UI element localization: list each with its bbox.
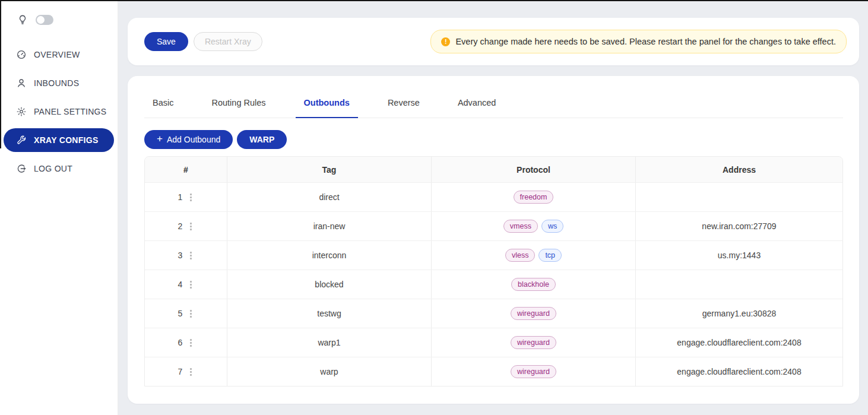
- table-row: 6warp1wireguardengage.cloudflareclient.c…: [145, 328, 842, 357]
- row-number: 6: [178, 338, 183, 347]
- row-number: 3: [178, 251, 183, 260]
- tab-basic[interactable]: Basic: [144, 88, 182, 118]
- outbounds-table: #TagProtocolAddress1directfreedom2iran-n…: [144, 156, 843, 387]
- xray-configs-card: BasicRouting RulesOutboundsReverseAdvanc…: [128, 76, 859, 404]
- dashboard-icon: [16, 49, 27, 60]
- sidebar: OVERVIEWINBOUNDSPANEL SETTINGSXRAY CONFI…: [0, 0, 118, 415]
- table-row: 2iran-newvmesswsnew.iran.com:27709: [145, 211, 842, 240]
- tag-cell: direct: [227, 183, 432, 211]
- address-cell: [636, 270, 842, 299]
- address-cell: new.iran.com:27709: [636, 212, 842, 240]
- table-header-row: #TagProtocolAddress: [145, 157, 842, 182]
- sidebar-item-label: INBOUNDS: [34, 78, 79, 88]
- toolbar-card: Save Restart Xray ! Every change made he…: [128, 18, 859, 65]
- warning-alert: ! Every change made here needs to be sav…: [430, 30, 847, 53]
- restart-xray-button[interactable]: Restart Xray: [194, 32, 262, 51]
- row-number-cell: 5: [145, 299, 227, 328]
- sidebar-item-overview[interactable]: OVERVIEW: [4, 43, 114, 66]
- theme-row: [0, 0, 118, 32]
- protocol-badge: ws: [541, 220, 563, 233]
- sidebar-item-inbounds[interactable]: INBOUNDS: [4, 71, 114, 95]
- warning-alert-text: Every change made here needs to be saved…: [455, 37, 836, 46]
- protocol-cell: wireguard: [432, 357, 636, 386]
- row-number-cell: 1: [145, 183, 227, 211]
- protocol-cell: freedom: [432, 183, 636, 211]
- toggle-knob: [37, 16, 45, 24]
- row-menu-handle-icon[interactable]: [188, 250, 194, 261]
- row-menu-handle-icon[interactable]: [188, 337, 194, 349]
- theme-toggle[interactable]: [36, 15, 53, 25]
- column-header: Tag: [227, 157, 432, 182]
- table-row: 1directfreedom: [145, 182, 842, 211]
- window-top-edge: [0, 0, 868, 1]
- protocol-cell: vmessws: [432, 212, 636, 240]
- sidebar-item-label: LOG OUT: [34, 164, 72, 173]
- table-row: 5testwgwireguardgermany1.eu:30828: [145, 299, 842, 328]
- app-root: OVERVIEWINBOUNDSPANEL SETTINGSXRAY CONFI…: [0, 0, 868, 415]
- row-number-cell: 6: [145, 328, 227, 357]
- tag-cell: testwg: [227, 299, 432, 328]
- row-menu-handle-icon[interactable]: [188, 221, 194, 232]
- column-header: Protocol: [432, 157, 636, 182]
- protocol-badge: wireguard: [511, 307, 556, 320]
- address-cell: [636, 183, 842, 211]
- table-row: 7warpwireguardengage.cloudflareclient.co…: [145, 357, 842, 386]
- protocol-cell: wireguard: [432, 328, 636, 357]
- sidebar-nav: OVERVIEWINBOUNDSPANEL SETTINGSXRAY CONFI…: [0, 32, 118, 180]
- address-cell: engage.cloudflareclient.com:2408: [636, 357, 842, 386]
- tag-cell: interconn: [227, 241, 432, 270]
- row-number: 7: [178, 367, 183, 376]
- protocol-cell: blackhole: [432, 270, 636, 299]
- protocol-badge: vless: [505, 249, 535, 262]
- table-row: 3interconnvlesstcpus.my:1443: [145, 240, 842, 270]
- lightbulb-icon: [17, 14, 28, 25]
- sidebar-item-log-out[interactable]: LOG OUT: [4, 157, 114, 180]
- tab-advanced[interactable]: Advanced: [449, 88, 505, 118]
- row-number: 4: [178, 280, 183, 289]
- exclamation-circle-icon: !: [441, 37, 450, 46]
- row-number-cell: 4: [145, 270, 227, 299]
- outbound-actions: + Add Outbound WARP: [144, 130, 843, 149]
- row-menu-handle-icon[interactable]: [188, 308, 194, 319]
- address-cell: germany1.eu:30828: [636, 299, 842, 328]
- row-number: 2: [178, 221, 183, 231]
- tab-bar: BasicRouting RulesOutboundsReverseAdvanc…: [144, 88, 843, 118]
- sidebar-item-label: PANEL SETTINGS: [34, 107, 106, 116]
- tag-cell: warp1: [227, 328, 432, 357]
- tab-reverse[interactable]: Reverse: [379, 88, 428, 118]
- row-number-cell: 2: [145, 212, 227, 240]
- row-menu-handle-icon[interactable]: [188, 279, 194, 290]
- table-row: 4blockedblackhole: [145, 270, 842, 299]
- row-number: 1: [178, 192, 183, 202]
- add-outbound-label: Add Outbound: [167, 135, 220, 144]
- protocol-badge: vmess: [503, 220, 538, 233]
- row-number: 5: [178, 309, 183, 318]
- save-button[interactable]: Save: [144, 32, 188, 51]
- tab-routing-rules[interactable]: Routing Rules: [203, 88, 274, 118]
- add-outbound-button[interactable]: + Add Outbound: [144, 130, 233, 149]
- protocol-cell: wireguard: [432, 299, 636, 328]
- sidebar-item-label: XRAY CONFIGS: [34, 135, 99, 145]
- sidebar-item-panel-settings[interactable]: PANEL SETTINGS: [4, 100, 114, 123]
- protocol-badge: blackhole: [511, 278, 556, 291]
- protocol-cell: vlesstcp: [432, 241, 636, 270]
- protocol-badge: wireguard: [511, 365, 556, 378]
- plus-icon: +: [157, 133, 163, 145]
- tag-cell: iran-new: [227, 212, 432, 240]
- address-cell: engage.cloudflareclient.com:2408: [636, 328, 842, 357]
- sidebar-item-xray-configs[interactable]: XRAY CONFIGS: [4, 128, 114, 152]
- protocol-badge: wireguard: [511, 336, 556, 349]
- column-header: #: [145, 157, 227, 182]
- tag-cell: blocked: [227, 270, 432, 299]
- toolbar-buttons: Save Restart Xray: [144, 32, 262, 51]
- sidebar-item-label: OVERVIEW: [34, 50, 80, 59]
- tag-cell: warp: [227, 357, 432, 386]
- tab-outbounds[interactable]: Outbounds: [296, 88, 358, 118]
- row-menu-handle-icon[interactable]: [188, 192, 194, 203]
- wrench-icon: [16, 135, 27, 145]
- address-cell: us.my:1443: [636, 241, 842, 270]
- warp-button[interactable]: WARP: [237, 130, 287, 149]
- row-menu-handle-icon[interactable]: [188, 366, 194, 378]
- gear-icon: [16, 106, 27, 117]
- column-header: Address: [636, 157, 842, 182]
